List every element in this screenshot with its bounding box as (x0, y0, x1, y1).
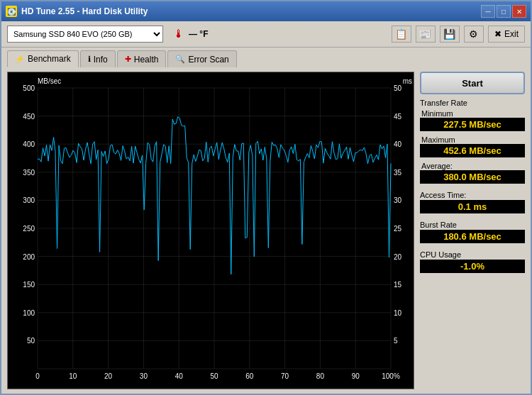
health-tab-icon: ✚ (125, 55, 131, 64)
info-tab-label: Info (94, 55, 108, 65)
minimum-value: 227.5 MB/sec (420, 118, 525, 131)
maximum-label: Maximum (420, 135, 525, 144)
toolbar: Samsung SSD 840 EVO (250 GB) 🌡 — °F 📋 📰 … (1, 21, 531, 48)
burst-rate-group: Burst Rate 180.6 MB/sec (420, 221, 525, 243)
cpu-usage-label: CPU Usage (420, 250, 525, 259)
burst-rate-value: 180.6 MB/sec (420, 230, 525, 243)
maximize-button[interactable]: □ (497, 5, 511, 18)
benchmark-tab-label: Benchmark (28, 54, 71, 64)
drive-select[interactable]: Samsung SSD 840 EVO (250 GB) (7, 26, 163, 43)
error-scan-tab-icon: 🔍 (175, 55, 185, 64)
tab-benchmark[interactable]: ⚡ Benchmark (7, 50, 79, 67)
benchmark-chart (8, 72, 414, 389)
tab-error-scan[interactable]: 🔍 Error Scan (167, 50, 236, 67)
app-icon: 💽 (6, 6, 17, 17)
main-window: 💽 HD Tune 2.55 - Hard Disk Utility ─ □ ✕… (0, 0, 532, 395)
save-icon-button[interactable]: 💾 (440, 26, 460, 43)
temperature-value: — °F (189, 29, 208, 39)
health-tab-label: Health (134, 55, 159, 65)
access-time-value: 0.1 ms (420, 200, 525, 213)
transfer-rate-label: Transfer Rate (420, 99, 525, 107)
paste-icon-button[interactable]: 📰 (416, 26, 436, 43)
cpu-usage-value: -1.0% (420, 260, 525, 273)
exit-button[interactable]: ✖ Exit (488, 26, 525, 43)
exit-label: Exit (504, 29, 519, 39)
maximum-group: Maximum 452.6 MB/sec (420, 135, 525, 157)
maximum-value: 452.6 MB/sec (420, 144, 525, 157)
average-label: Average: (420, 162, 525, 170)
burst-rate-label: Burst Rate (420, 221, 525, 229)
average-group: Average: 380.0 MB/sec (420, 162, 525, 184)
benchmark-tab-icon: ⚡ (15, 55, 25, 64)
thermometer-icon: 🌡 (172, 27, 186, 41)
copy-icon-button[interactable]: 📋 (392, 26, 411, 43)
close-button[interactable]: ✕ (512, 5, 526, 18)
temperature-display: 🌡 — °F (172, 27, 208, 41)
minimum-group: Minimum 227.5 MB/sec (420, 109, 525, 131)
tab-health[interactable]: ✚ Health (117, 50, 167, 67)
right-panel: Start Transfer Rate Minimum 227.5 MB/sec… (420, 72, 525, 389)
access-time-group: Access Time: 0.1 ms (420, 191, 525, 213)
settings-icon-button[interactable]: ⚙ (464, 26, 484, 43)
cpu-usage-group: CPU Usage -1.0% (420, 250, 525, 273)
tab-info[interactable]: ℹ Info (80, 50, 116, 67)
error-scan-tab-label: Error Scan (188, 55, 228, 65)
content-area: Start Transfer Rate Minimum 227.5 MB/sec… (1, 67, 531, 394)
access-time-label: Access Time: (420, 191, 525, 199)
title-bar: 💽 HD Tune 2.55 - Hard Disk Utility ─ □ ✕ (1, 1, 531, 21)
transfer-rate-section: Transfer Rate Minimum 227.5 MB/sec Maxim… (420, 99, 525, 187)
minimum-label: Minimum (420, 109, 525, 118)
minimize-button[interactable]: ─ (481, 5, 495, 18)
average-value: 380.0 MB/sec (420, 170, 525, 184)
tab-bar: ⚡ Benchmark ℹ Info ✚ Health 🔍 Error Scan (1, 48, 531, 67)
title-buttons: ─ □ ✕ (481, 5, 526, 18)
benchmark-chart-container (7, 72, 414, 389)
toolbar-icons: 📋 📰 💾 ⚙ ✖ Exit (392, 26, 525, 43)
start-button[interactable]: Start (420, 72, 525, 94)
info-tab-icon: ℹ (88, 55, 91, 64)
exit-icon: ✖ (494, 29, 501, 39)
window-title: HD Tune 2.55 - Hard Disk Utility (21, 6, 477, 16)
